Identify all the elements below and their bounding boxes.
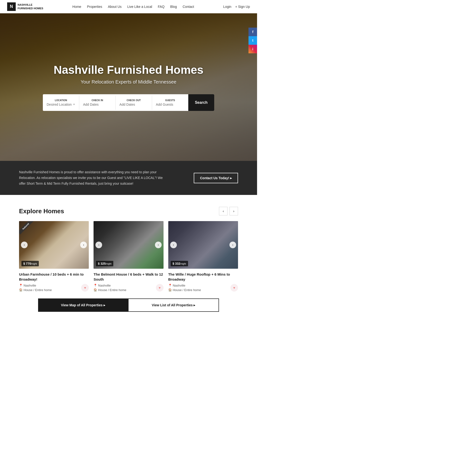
twitter-icon[interactable]: t (248, 36, 257, 45)
card-next-button[interactable]: › (229, 242, 236, 248)
hero-section: f t i Nashville Furnished Homes Your Rel… (0, 13, 257, 161)
card-image-1: featured ‹ › $ 770/night (19, 221, 89, 269)
guests-field[interactable]: GUESTS Add Guests (152, 96, 188, 110)
card-city: 📍 Nashville (93, 284, 126, 287)
login-link[interactable]: Login (223, 5, 231, 8)
checkin-value[interactable]: Add Dates (83, 102, 112, 106)
search-bar: LOCATION Desired Location ▼ CHECK IN Add… (43, 94, 214, 111)
location-field[interactable]: LOCATION Desired Location ▼ (43, 96, 79, 110)
checkin-field[interactable]: CHECK IN Add Dates (79, 96, 116, 110)
card-body: The Belmont House / 6 beds + Walk to 12 … (93, 269, 163, 294)
chevron-down-icon: ▼ (73, 103, 75, 106)
featured-ribbon: featured (19, 221, 33, 235)
nav-contact[interactable]: Contact (183, 5, 194, 8)
logo-icon: N (7, 2, 16, 11)
card-meta: 📍 Nashville 🏠 House / Entire home ♥ (19, 284, 89, 292)
location-value[interactable]: Desired Location ▼ (47, 102, 75, 106)
checkin-label: CHECK IN (83, 99, 112, 102)
contact-us-button[interactable]: Contact Us Today! ▸ (194, 173, 238, 183)
card-next-button[interactable]: › (80, 242, 87, 248)
explore-header: Explore Homes ‹ › (19, 207, 238, 215)
card-city: 📍 Nashville (19, 284, 52, 287)
nav-home[interactable]: Home (72, 5, 81, 8)
featured-badge: featured (19, 221, 33, 234)
checkout-value[interactable]: Add Dates (119, 102, 148, 106)
info-strip: Nashville Furnished Homes is proud to of… (0, 161, 257, 195)
hero-title: Nashville Furnished Homes (43, 63, 214, 76)
card-title: The Wille / Huge Rooftop + 6 Mins to Bro… (168, 272, 238, 282)
card-type: 🏠 House / Entire home (168, 288, 201, 292)
card-image-3: ‹ › $ 332/night (168, 221, 238, 269)
brand-name: NASHVILLE FURNISHED HOMES (18, 3, 43, 10)
favorite-button[interactable]: ♥ (81, 284, 89, 291)
search-button[interactable]: Search (188, 94, 214, 111)
home-icon: 🏠 (93, 288, 97, 291)
card-next-button[interactable]: › (155, 242, 162, 248)
hero-subtitle: Your Relocation Experts of Middle Tennes… (43, 79, 214, 85)
bottom-actions: View Map of All Properties ▸ View List o… (38, 298, 219, 312)
card-body: Urban Farmhouse / 10 beds + 6 min to Bro… (19, 269, 89, 294)
card-meta: 📍 Nashville 🏠 House / Entire home ♥ (93, 284, 163, 292)
carousel-controls: ‹ › (219, 207, 238, 215)
checkout-label: CHECK OUT (119, 99, 148, 102)
navbar: N NASHVILLE FURNISHED HOMES Home Propert… (0, 0, 257, 13)
instagram-icon[interactable]: i (248, 45, 257, 53)
card-location: 📍 Nashville 🏠 House / Entire home (93, 284, 126, 292)
guests-value[interactable]: Add Guests (156, 102, 185, 106)
location-label: LOCATION (47, 99, 75, 102)
brand-logo[interactable]: N NASHVILLE FURNISHED HOMES (7, 2, 43, 11)
card-prev-button[interactable]: ‹ (21, 242, 28, 248)
explore-section: Explore Homes ‹ › featured ‹ › $ 770/nig… (0, 195, 257, 326)
home-icon: 🏠 (168, 288, 172, 291)
card-type: 🏠 House / Entire home (19, 288, 52, 292)
card-prev-button[interactable]: ‹ (95, 242, 102, 248)
view-list-button[interactable]: View List of All Properties ▸ (128, 298, 219, 312)
main-nav: Home Properties About Us Live Like a Loc… (72, 5, 194, 8)
social-sidebar: f t i (248, 28, 257, 53)
nav-properties[interactable]: Properties (87, 5, 102, 8)
card-image-2: ‹ › $ 325/night (93, 221, 163, 269)
signup-link[interactable]: + Sign Up (235, 5, 250, 8)
property-cards-grid: featured ‹ › $ 770/night Urban Farmhouse… (19, 221, 238, 294)
carousel-next-button[interactable]: › (229, 207, 238, 215)
nav-blog[interactable]: Blog (170, 5, 177, 8)
home-icon: 🏠 (19, 288, 23, 291)
guests-label: GUESTS (156, 99, 185, 102)
nav-about[interactable]: About Us (108, 5, 122, 8)
facebook-icon[interactable]: f (248, 28, 257, 36)
view-map-button[interactable]: View Map of All Properties ▸ (38, 298, 128, 312)
card-price: $ 332/night (171, 261, 188, 266)
info-strip-text: Nashville Furnished Homes is proud to of… (19, 170, 167, 186)
carousel-prev-button[interactable]: ‹ (219, 207, 228, 215)
location-pin-icon: 📍 (19, 284, 23, 287)
property-card[interactable]: ‹ › $ 332/night The Wille / Huge Rooftop… (168, 221, 238, 294)
nav-live-like-local[interactable]: Live Like a Local (127, 5, 152, 8)
navbar-actions: Login + Sign Up (223, 5, 250, 8)
card-location: 📍 Nashville 🏠 House / Entire home (168, 284, 201, 292)
card-city: 📍 Nashville (168, 284, 201, 287)
location-pin-icon: 📍 (93, 284, 97, 287)
favorite-button[interactable]: ♥ (230, 284, 238, 291)
card-meta: 📍 Nashville 🏠 House / Entire home ♥ (168, 284, 238, 292)
nav-faq[interactable]: FAQ (158, 5, 164, 8)
card-location: 📍 Nashville 🏠 House / Entire home (19, 284, 52, 292)
property-card[interactable]: featured ‹ › $ 770/night Urban Farmhouse… (19, 221, 89, 294)
checkout-field[interactable]: CHECK OUT Add Dates (116, 96, 152, 110)
location-pin-icon: 📍 (168, 284, 172, 287)
card-title: The Belmont House / 6 beds + Walk to 12 … (93, 272, 163, 282)
card-price: $ 325/night (96, 261, 113, 266)
card-prev-button[interactable]: ‹ (170, 242, 177, 248)
card-title: Urban Farmhouse / 10 beds + 6 min to Bro… (19, 272, 89, 282)
property-card[interactable]: ‹ › $ 325/night The Belmont House / 6 be… (93, 221, 163, 294)
card-body: The Wille / Huge Rooftop + 6 Mins to Bro… (168, 269, 238, 294)
favorite-button[interactable]: ♥ (156, 284, 163, 291)
card-type: 🏠 House / Entire home (93, 288, 126, 292)
card-price: $ 770/night (21, 261, 39, 266)
explore-title: Explore Homes (19, 208, 64, 215)
hero-content: Nashville Furnished Homes Your Relocatio… (43, 63, 214, 111)
